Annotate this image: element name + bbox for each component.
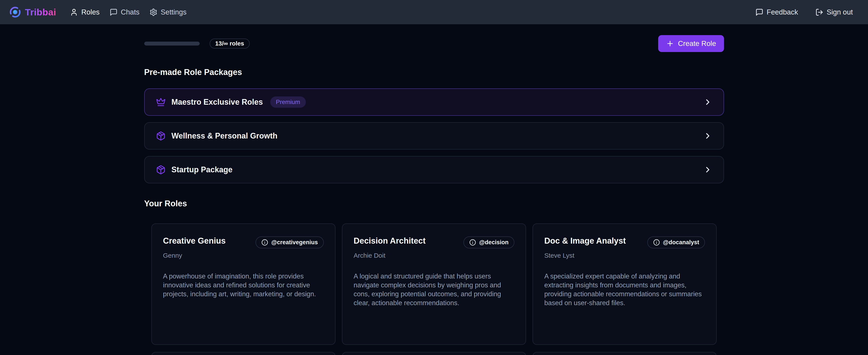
package-name: Wellness & Personal Growth [172, 131, 277, 141]
role-card-doc-image-analyst[interactable]: Doc & Image Analyst @docanalyst Steve Ly… [532, 224, 717, 345]
package-icon [156, 165, 166, 175]
info-icon [469, 239, 476, 246]
role-card-placeholder[interactable] [151, 352, 336, 355]
nav-item-chats[interactable]: Chats [110, 8, 140, 16]
brand[interactable]: Tribbai [9, 6, 56, 18]
chevron-right-icon [703, 97, 712, 107]
nav-label: Chats [121, 8, 140, 16]
chevron-right-icon [703, 131, 712, 141]
role-handle: @decision [479, 239, 508, 246]
info-icon [653, 239, 660, 246]
chat-bubble-icon [110, 8, 118, 16]
top-nav: Tribbai Roles Chats Settings Feedback Si… [0, 0, 868, 24]
nav-item-settings[interactable]: Settings [149, 8, 186, 16]
create-role-label: Create Role [678, 39, 716, 48]
feedback-button[interactable]: Feedback [755, 8, 798, 16]
nav-label: Settings [161, 8, 186, 16]
info-icon [261, 239, 268, 246]
roles-grid: Creative Genius @creativegenius Genny A … [151, 224, 717, 355]
package-row-startup[interactable]: Startup Package [144, 156, 724, 183]
feedback-label: Feedback [767, 8, 798, 16]
sign-out-button[interactable]: Sign out [815, 8, 853, 16]
package-icon [156, 131, 166, 141]
role-description: A specialized expert capable of analyzin… [544, 272, 705, 307]
role-card-header: Creative Genius @creativegenius [163, 236, 324, 248]
package-name: Startup Package [172, 165, 232, 174]
role-description: A powerhouse of imagination, this role p… [163, 272, 324, 298]
brand-logo-icon [9, 6, 21, 18]
role-persona: Genny [163, 252, 324, 259]
roles-toolbar: 13/∞ roles Create Role [144, 35, 724, 52]
your-roles-section-title: Your Roles [144, 199, 724, 208]
role-handle: @docanalyst [663, 239, 699, 246]
header-actions: Feedback Sign out [755, 8, 853, 16]
chat-bubble-icon [755, 8, 764, 16]
role-card-placeholder[interactable] [342, 352, 526, 355]
roles-progress-bar [144, 41, 200, 46]
role-card-header: Doc & Image Analyst @docanalyst [544, 236, 705, 248]
sign-out-icon [815, 8, 824, 16]
role-card-header: Decision Architect @decision [354, 236, 514, 248]
role-title: Decision Architect [354, 236, 426, 245]
package-row-maestro[interactable]: Maestro Exclusive Roles Premium [144, 88, 724, 116]
role-description: A logical and structured guide that help… [354, 272, 514, 307]
role-card-placeholder[interactable] [532, 352, 717, 355]
premium-badge: Premium [270, 96, 306, 108]
sign-out-label: Sign out [827, 8, 853, 16]
role-persona: Archie Doit [354, 252, 514, 259]
role-card-creative-genius[interactable]: Creative Genius @creativegenius Genny A … [151, 224, 336, 345]
role-handle-badge[interactable]: @creativegenius [255, 236, 323, 248]
user-icon [70, 8, 78, 16]
role-handle: @creativegenius [271, 239, 318, 246]
plus-icon [666, 39, 674, 48]
crown-icon [156, 97, 166, 107]
chevron-right-icon [703, 165, 712, 174]
nav-label: Roles [81, 8, 99, 16]
role-persona: Steve Lyst [544, 252, 705, 259]
role-handle-badge[interactable]: @docanalyst [647, 236, 705, 248]
brand-name: Tribbai [25, 7, 56, 18]
primary-nav: Roles Chats Settings [70, 8, 186, 16]
roles-count-badge: 13/∞ roles [210, 38, 250, 49]
create-role-button[interactable]: Create Role [658, 35, 724, 52]
nav-item-roles[interactable]: Roles [70, 8, 99, 16]
package-name: Maestro Exclusive Roles [172, 97, 263, 107]
main-content: 13/∞ roles Create Role Pre-made Role Pac… [144, 35, 724, 355]
package-list: Maestro Exclusive Roles Premium Wellness… [144, 88, 724, 183]
role-card-decision-architect[interactable]: Decision Architect @decision Archie Doit… [342, 224, 526, 345]
role-handle-badge[interactable]: @decision [463, 236, 514, 248]
gear-icon [149, 8, 157, 16]
packages-section-title: Pre-made Role Packages [144, 67, 724, 77]
role-title: Creative Genius [163, 236, 226, 245]
package-row-wellness[interactable]: Wellness & Personal Growth [144, 122, 724, 150]
role-title: Doc & Image Analyst [544, 236, 626, 245]
